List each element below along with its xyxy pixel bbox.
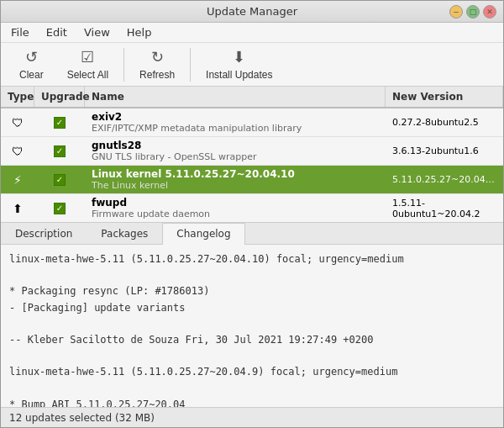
changelog-line: - [Packaging] update variants bbox=[9, 302, 186, 314]
tabs: Description Packages Changelog bbox=[1, 223, 503, 245]
package-desc: EXIF/IPTC/XMP metadata manipulation libr… bbox=[92, 123, 379, 134]
window-controls: − □ ✕ bbox=[449, 5, 496, 18]
checkbox[interactable] bbox=[54, 145, 66, 157]
menu-edit[interactable]: Edit bbox=[43, 24, 71, 40]
upgrade-checkbox[interactable] bbox=[34, 200, 85, 217]
toolbar: ↺ Clear ☑ Select All ↻ Refresh ⬇ Install… bbox=[1, 43, 503, 87]
select-all-label: Select All bbox=[67, 69, 108, 81]
package-name-cell: gnutls28 GNU TLS library - OpenSSL wrapp… bbox=[85, 137, 386, 165]
package-name: gnutls28 bbox=[92, 140, 379, 151]
package-version: 1.5.11-0ubuntu1~20.04.2 bbox=[386, 195, 503, 222]
clear-button[interactable]: ↺ Clear bbox=[8, 45, 55, 84]
upgrade-checkbox[interactable] bbox=[34, 143, 85, 160]
col-version: New Version bbox=[386, 87, 503, 107]
bottom-panel: Description Packages Changelog linux-met… bbox=[1, 222, 503, 407]
tab-description[interactable]: Description bbox=[1, 223, 87, 244]
type-icon: 🛡 bbox=[1, 114, 34, 132]
refresh-button[interactable]: ↻ Refresh bbox=[128, 45, 186, 84]
type-icon: ⬆ bbox=[1, 199, 34, 218]
package-version: 0.27.2-8ubuntu2.5 bbox=[386, 114, 503, 130]
packages-table: Type Upgrade Name New Version 🛡 exiv2 EX… bbox=[1, 87, 503, 222]
status-bar: 12 updates selected (32 MB) bbox=[1, 407, 503, 427]
install-icon: ⬇ bbox=[233, 48, 245, 66]
title-bar: Update Manager − □ ✕ bbox=[1, 1, 503, 23]
install-updates-button[interactable]: ⬇ Install Updates bbox=[194, 45, 284, 84]
package-version: 5.11.0.25.27~20.04.10 bbox=[386, 172, 503, 188]
table-header: Type Upgrade Name New Version bbox=[1, 87, 503, 108]
table-body: 🛡 exiv2 EXIF/IPTC/XMP metadata manipulat… bbox=[1, 108, 503, 222]
package-name: fwupd bbox=[92, 197, 379, 209]
checkbox[interactable] bbox=[54, 203, 66, 214]
col-upgrade: Upgrade bbox=[34, 87, 85, 107]
toolbar-divider-2 bbox=[190, 48, 191, 82]
package-name: exiv2 bbox=[92, 111, 379, 123]
type-icon: 🛡 bbox=[1, 142, 34, 161]
menu-bar: File Edit View Help bbox=[1, 23, 503, 43]
package-desc: Firmware update daemon bbox=[92, 209, 379, 219]
close-button[interactable]: ✕ bbox=[483, 5, 496, 18]
table-row[interactable]: 🛡 gnutls28 GNU TLS library - OpenSSL wra… bbox=[1, 137, 503, 166]
install-label: Install Updates bbox=[206, 69, 272, 81]
changelog-line: linux-meta-hwe-5.11 (5.11.0.25.27~20.04.… bbox=[9, 253, 404, 265]
clear-label: Clear bbox=[19, 69, 44, 81]
toolbar-divider-1 bbox=[123, 48, 124, 82]
clear-icon: ↺ bbox=[25, 48, 38, 66]
package-name-cell: Linux kernel 5.11.0.25.27~20.04.10 The L… bbox=[85, 166, 386, 193]
refresh-label: Refresh bbox=[139, 69, 175, 81]
minimize-button[interactable]: − bbox=[449, 5, 463, 18]
package-name: Linux kernel 5.11.0.25.27~20.04.10 bbox=[92, 168, 379, 180]
package-desc: The Linux kernel bbox=[92, 180, 379, 191]
refresh-icon: ↻ bbox=[151, 48, 164, 66]
col-type: Type bbox=[1, 87, 34, 107]
package-name-cell: fwupd Firmware update daemon bbox=[85, 194, 386, 222]
tab-changelog[interactable]: Changelog bbox=[162, 223, 244, 245]
main-window: Update Manager − □ ✕ File Edit View Help… bbox=[0, 0, 504, 428]
tab-packages[interactable]: Packages bbox=[87, 223, 162, 244]
upgrade-checkbox[interactable] bbox=[34, 114, 85, 131]
window-title: Update Manager bbox=[55, 5, 449, 18]
menu-view[interactable]: View bbox=[81, 24, 113, 40]
select-all-button[interactable]: ☑ Select All bbox=[55, 45, 120, 84]
table-row[interactable]: ⚡ Linux kernel 5.11.0.25.27~20.04.10 The… bbox=[1, 166, 503, 194]
package-name-cell: exiv2 EXIF/IPTC/XMP metadata manipulatio… bbox=[85, 108, 386, 136]
col-name: Name bbox=[85, 87, 386, 107]
checkbox[interactable] bbox=[54, 117, 66, 129]
select-all-icon: ☑ bbox=[81, 48, 94, 66]
changelog-line: * Packaging resync (LP: #1786013) bbox=[9, 285, 209, 297]
table-row[interactable]: ⬆ fwupd Firmware update daemon 1.5.11-0u… bbox=[1, 194, 503, 222]
changelog-content: linux-meta-hwe-5.11 (5.11.0.25.27~20.04.… bbox=[1, 245, 503, 407]
changelog-line: linux-meta-hwe-5.11 (5.11.0.25.27~20.04.… bbox=[9, 366, 397, 378]
menu-help[interactable]: Help bbox=[123, 24, 155, 40]
upgrade-checkbox[interactable] bbox=[34, 172, 85, 188]
changelog-line: -- Kleber Sacilotto de Souza Fri, 30 Jul… bbox=[9, 334, 373, 346]
checkbox[interactable] bbox=[54, 174, 66, 186]
status-text: 12 updates selected (32 MB) bbox=[9, 412, 155, 424]
maximize-button[interactable]: □ bbox=[466, 5, 480, 18]
changelog-line: * Bump ABI 5.11.0.25.27~20.04 bbox=[9, 399, 186, 407]
package-desc: GNU TLS library - OpenSSL wrapper bbox=[92, 151, 379, 162]
package-version: 3.6.13-2ubuntu1.6 bbox=[386, 143, 503, 159]
menu-file[interactable]: File bbox=[8, 24, 33, 40]
table-row[interactable]: 🛡 exiv2 EXIF/IPTC/XMP metadata manipulat… bbox=[1, 108, 503, 137]
type-icon: ⚡ bbox=[1, 171, 34, 189]
